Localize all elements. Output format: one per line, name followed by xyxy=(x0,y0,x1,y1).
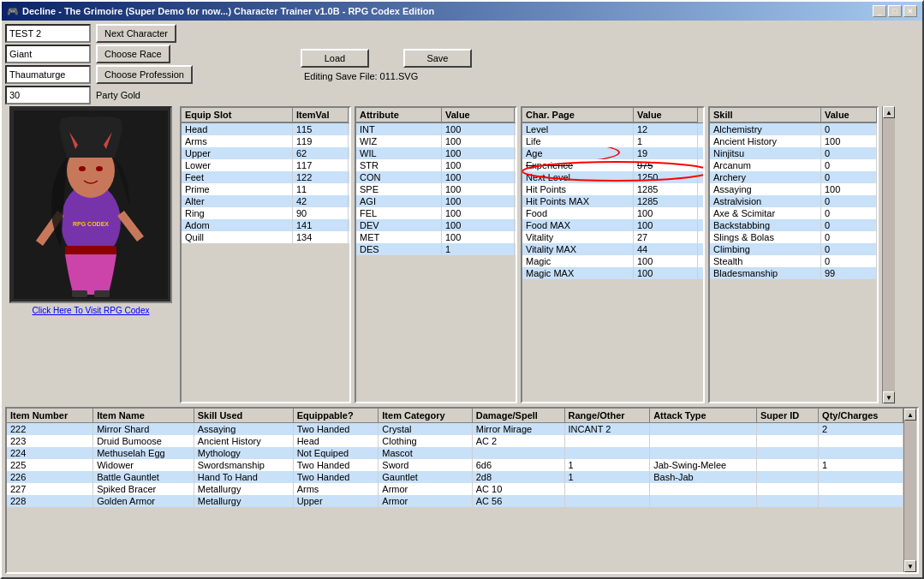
inventory-scrollbar[interactable]: ▲ ▼ xyxy=(903,409,917,572)
rpg-codex-link[interactable]: Click Here To Visit RPG Codex xyxy=(33,306,150,315)
inv-scroll-up-button[interactable]: ▲ xyxy=(904,409,916,421)
load-button[interactable]: Load xyxy=(301,49,369,68)
equip-row[interactable]: Upper 62 xyxy=(182,147,349,159)
skills-row[interactable]: Ninjitsu 0 xyxy=(710,147,877,159)
equip-row[interactable]: Feet 122 xyxy=(182,171,349,183)
skills-row[interactable]: Climbing 0 xyxy=(710,243,877,255)
profession-input[interactable] xyxy=(5,65,91,84)
charpage-row[interactable]: Food MAX 100 xyxy=(522,219,703,231)
inventory-cell xyxy=(819,447,903,459)
charpage-row[interactable]: Age 19 xyxy=(522,147,703,159)
next-character-button[interactable]: Next Character xyxy=(96,24,176,43)
scroll-down-button[interactable]: ▼ xyxy=(883,391,895,403)
attr-table-scroll[interactable]: INT 100 WIZ 100 WIL 100 STR 100 CON 100 … xyxy=(356,123,516,402)
minimize-button[interactable]: _ xyxy=(873,5,886,17)
skills-row[interactable]: Backstabbing 0 xyxy=(710,219,877,231)
skills-row[interactable]: Bladesmanship 99 xyxy=(710,267,877,279)
attr-row[interactable]: DEV 100 xyxy=(356,219,516,231)
skills-row[interactable]: Astralvision 0 xyxy=(710,195,877,207)
choose-race-button[interactable]: Choose Race xyxy=(96,45,170,63)
inventory-cell xyxy=(757,423,819,436)
charpage-row[interactable]: Hit Points MAX 1285 xyxy=(522,195,703,207)
skills-row[interactable]: Slings & Bolas 0 xyxy=(710,231,877,243)
skills-row[interactable]: Stealth 0 xyxy=(710,255,877,267)
equip-val-cell: 141 xyxy=(293,219,349,231)
charpage-row[interactable]: Magic 100 xyxy=(522,255,703,267)
equip-slot-cell: Lower xyxy=(182,159,293,171)
save-button[interactable]: Save xyxy=(403,49,472,68)
attr-row[interactable]: WIL 100 xyxy=(356,147,516,159)
inventory-row[interactable]: 224Methuselah EggMythologyNot EquipedMas… xyxy=(7,447,903,459)
attr-row[interactable]: AGI 100 xyxy=(356,195,516,207)
inventory-cell: Metallurgy xyxy=(194,495,293,507)
skills-row[interactable]: Assaying 100 xyxy=(710,183,877,195)
charpage-row[interactable]: Level 12 xyxy=(522,123,703,135)
attr-row[interactable]: INT 100 xyxy=(356,123,516,135)
inventory-cell xyxy=(819,495,903,507)
inventory-cell: Armor xyxy=(379,495,472,507)
inventory-cell xyxy=(650,435,757,447)
inventory-row[interactable]: 225WidowerSwordsmanshipTwo HandedSword6d… xyxy=(7,459,903,471)
charpage-row[interactable]: Vitality 27 xyxy=(522,231,703,243)
attr-row[interactable]: WIZ 100 xyxy=(356,135,516,147)
charpage-row[interactable]: Magic MAX 100 xyxy=(522,267,703,279)
attr-row[interactable]: STR 100 xyxy=(356,159,516,171)
scroll-track[interactable] xyxy=(883,118,895,391)
main-window: 🎮 Decline - The Grimoire (Super Demo for… xyxy=(0,0,924,579)
close-button[interactable]: ✕ xyxy=(903,5,917,17)
race-input[interactable] xyxy=(5,45,91,63)
equip-row[interactable]: Alter 42 xyxy=(182,195,349,207)
equip-row[interactable]: Adom 141 xyxy=(182,219,349,231)
attr-row[interactable]: SPE 100 xyxy=(356,183,516,195)
equip-row[interactable]: Arms 119 xyxy=(182,135,349,147)
gold-input[interactable] xyxy=(5,86,91,104)
skills-row[interactable]: Archery 0 xyxy=(710,171,877,183)
skills-row[interactable]: Axe & Scimitar 0 xyxy=(710,207,877,219)
maximize-button[interactable]: □ xyxy=(888,5,902,17)
inv-scroll-down-button[interactable]: ▼ xyxy=(904,560,916,572)
inventory-row[interactable]: 228Golden ArmorMetallurgyUpperArmorAC 56 xyxy=(7,495,903,507)
skills-row[interactable]: Alchemistry 0 xyxy=(710,123,877,135)
equip-table-scroll[interactable]: Head 115 Arms 119 Upper 62 Lower 117 Fee… xyxy=(182,123,349,402)
equip-row[interactable]: Lower 117 xyxy=(182,159,349,171)
equip-row[interactable]: Ring 90 xyxy=(182,207,349,219)
inventory-row[interactable]: 227Spiked BracerMetallurgyArmsArmorAC 10 xyxy=(7,483,903,495)
skill-val-cell: 0 xyxy=(821,255,877,267)
charpage-row[interactable]: Food 100 xyxy=(522,207,703,219)
equip-val-cell: 122 xyxy=(293,171,349,183)
inventory-scroll-area[interactable]: Item NumberItem NameSkill UsedEquippable… xyxy=(7,409,903,572)
attr-row[interactable]: FEL 100 xyxy=(356,207,516,219)
skill-name-cell: Alchemistry xyxy=(710,123,821,135)
charpage-name-cell: Experience xyxy=(522,159,634,171)
skill-val-cell: 0 xyxy=(821,231,877,243)
attr-row[interactable]: DES 1 xyxy=(356,243,516,255)
skills-row[interactable]: Ancient History 100 xyxy=(710,135,877,147)
charpage-row[interactable]: Hit Points 1285 xyxy=(522,183,703,195)
choose-profession-button[interactable]: Choose Profession xyxy=(96,65,193,84)
skill-val-cell: 0 xyxy=(821,159,877,171)
skills-scrollbar[interactable]: ▲ ▼ xyxy=(882,106,896,403)
inventory-row[interactable]: 226Battle GauntletHand To HandTwo Handed… xyxy=(7,471,903,483)
attr-row[interactable]: MET 100 xyxy=(356,231,516,243)
content-area: Next Character Choose Race Choose Profes… xyxy=(2,21,922,577)
character-name-input[interactable] xyxy=(5,24,91,43)
inventory-header-cell: Skill Used xyxy=(194,409,293,423)
charpage-row[interactable]: Vitality MAX 44 xyxy=(522,243,703,255)
inventory-row[interactable]: 223Druid BumooseAncient HistoryHeadCloth… xyxy=(7,435,903,447)
scroll-up-button[interactable]: ▲ xyxy=(883,106,895,118)
skill-name-cell: Archery xyxy=(710,171,821,183)
equip-row[interactable]: Prime 11 xyxy=(182,183,349,195)
attr-row[interactable]: CON 100 xyxy=(356,171,516,183)
equip-row[interactable]: Quill 134 xyxy=(182,231,349,243)
skills-row[interactable]: Arcanum 0 xyxy=(710,159,877,171)
title-bar: 🎮 Decline - The Grimoire (Super Demo for… xyxy=(2,2,922,21)
charpage-row[interactable]: Life 1 xyxy=(522,135,703,147)
skills-table-scroll[interactable]: Alchemistry 0 Ancient History 100 Ninjit… xyxy=(710,123,877,402)
skill-name-cell: Slings & Bolas xyxy=(710,231,821,243)
charpage-row[interactable]: Next Level 1250 xyxy=(522,171,703,183)
inv-scroll-track[interactable] xyxy=(904,421,916,560)
charpage-table-scroll[interactable]: Level 12 Life 1 Age 19 Experience 975 Ne… xyxy=(522,123,703,402)
charpage-row[interactable]: Experience 975 xyxy=(522,159,703,171)
inventory-row[interactable]: 222Mirror ShardAssayingTwo HandedCrystal… xyxy=(7,423,903,436)
equip-row[interactable]: Head 115 xyxy=(182,123,349,135)
